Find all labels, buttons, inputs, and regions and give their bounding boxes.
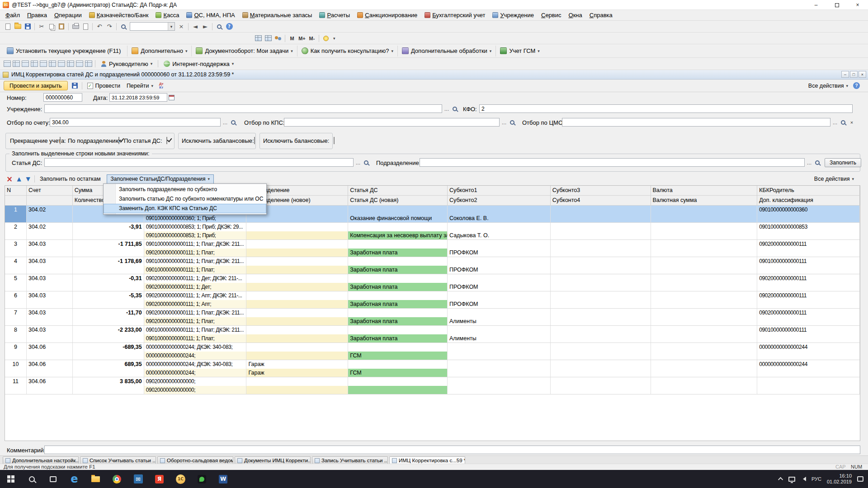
tips-button[interactable]: [321, 34, 330, 43]
report-icon[interactable]: [13, 61, 20, 67]
account-cell[interactable]: 304.06: [27, 343, 73, 360]
taskbar-app-icon[interactable]: [85, 470, 106, 488]
sum-cell[interactable]: -689,35: [73, 343, 144, 360]
account-cell[interactable]: 304.03: [27, 309, 73, 325]
new-document-button[interactable]: [3, 22, 12, 31]
network-icon[interactable]: [788, 477, 795, 482]
report-icon[interactable]: [58, 61, 65, 67]
account-cell[interactable]: 304.03: [27, 326, 73, 343]
col-header[interactable]: Субконто4: [551, 196, 651, 205]
subconto12-cell[interactable]: ПРОФКОМ: [448, 291, 551, 308]
kbk-cell[interactable]: 09020000000000111; 1; Плат; ДКЭК: 211...…: [144, 309, 247, 325]
kps-search-button[interactable]: [509, 118, 516, 126]
article-cell[interactable]: Заработная плата: [348, 240, 448, 257]
article-cell[interactable]: [348, 377, 448, 394]
print-preview-button[interactable]: [81, 22, 90, 31]
subconto12-cell[interactable]: Алименты: [448, 309, 551, 325]
subconto34-cell[interactable]: [551, 326, 651, 343]
currency-cell[interactable]: [651, 360, 758, 377]
account-cell[interactable]: 304.06: [27, 377, 73, 394]
delete-row-button[interactable]: ×: [5, 174, 14, 183]
kbk-parent-cell[interactable]: 09010000000000111: [757, 326, 860, 343]
menu-item[interactable]: Материальные запасы: [239, 10, 316, 20]
report-icon[interactable]: [31, 61, 38, 67]
currency-cell[interactable]: [651, 257, 758, 274]
subconto12-cell[interactable]: ПРОФКОМ: [448, 240, 551, 257]
undo-button[interactable]: ↶: [95, 22, 104, 31]
taskbar-search-button[interactable]: [21, 470, 42, 488]
menu-item[interactable]: Правка: [24, 10, 51, 20]
account-cell[interactable]: 304.02: [27, 223, 73, 239]
currency-cell[interactable]: [651, 309, 758, 325]
col-header[interactable]: Субконто1: [448, 186, 551, 195]
menu-item[interactable]: Операции: [51, 10, 85, 20]
sum-cell[interactable]: -5,35: [73, 291, 144, 308]
account-filter-field[interactable]: 304.00: [50, 118, 221, 127]
table-row[interactable]: 5 304.03 -0,31 09020000000000111; 1; Дет…: [5, 274, 860, 291]
department-cell[interactable]: [246, 343, 348, 360]
fill-dept-ellipsis-button[interactable]: …: [806, 159, 813, 166]
redo-button[interactable]: ↷: [105, 22, 114, 31]
print-button[interactable]: [71, 22, 80, 31]
department-cell[interactable]: [246, 309, 348, 325]
row-number-cell[interactable]: 2: [5, 223, 27, 239]
cmo-search-button[interactable]: [840, 118, 847, 126]
move-down-button[interactable]: ▼: [24, 176, 33, 182]
table-settings-button[interactable]: [254, 34, 263, 43]
table-row[interactable]: 8 304.03 -2 233,00 09010000000000111; 1;…: [5, 326, 860, 343]
kbk-parent-cell[interactable]: 09020000000000111: [757, 291, 860, 308]
cmo-clear-button[interactable]: ×: [848, 118, 855, 126]
fill-article-field[interactable]: [44, 158, 354, 167]
currency-cell[interactable]: [651, 240, 758, 257]
fill-by-balance-button[interactable]: Заполнить по остаткам: [37, 174, 104, 184]
volume-icon[interactable]: [801, 477, 806, 481]
calendar-button[interactable]: [168, 94, 175, 101]
tray-expand-icon[interactable]: [778, 477, 783, 482]
open-button[interactable]: [13, 22, 22, 31]
help-button[interactable]: ?: [225, 22, 234, 31]
by-article-checkbox[interactable]: [166, 137, 167, 144]
org-ellipsis-button[interactable]: …: [443, 105, 450, 113]
menu-item[interactable]: Бухгалтерский учет: [421, 10, 489, 20]
kbk-cell[interactable]: 09020000000000111; 1; Дет; ДКЭК: 211-...…: [144, 274, 247, 291]
service-toolbar-button[interactable]: Установить текущее учреждение (F11): [3, 46, 127, 56]
kbk-parent-cell[interactable]: 09020000000000111: [757, 309, 860, 325]
kbk-parent-cell[interactable]: 09010000000000853: [757, 223, 860, 239]
org-search-button[interactable]: [451, 105, 458, 113]
sum-cell[interactable]: -1 178,69: [73, 257, 144, 274]
sum-cell[interactable]: -3,91: [73, 223, 144, 239]
table-row[interactable]: 7 304.03 -11,70 09020000000000111; 1; Пл…: [5, 309, 860, 326]
post-button[interactable]: ✓ Провести: [84, 81, 123, 90]
menu-item[interactable]: Сервис: [538, 10, 565, 20]
row-number-cell[interactable]: 6: [5, 291, 27, 308]
move-up-button[interactable]: ▲: [14, 176, 24, 182]
menu-item[interactable]: Учреждение: [489, 10, 538, 20]
kbk-parent-cell[interactable]: 09010000000000111: [757, 257, 860, 274]
col-header[interactable]: Валютная сумма: [651, 196, 758, 205]
row-number-cell[interactable]: 7: [5, 309, 27, 325]
goto-button[interactable]: Перейти ▾: [123, 81, 156, 90]
article-cell[interactable]: Заработная плата: [348, 257, 448, 274]
memory-m-button[interactable]: M: [287, 34, 297, 43]
subconto12-cell[interactable]: ПРОФКОМ: [448, 274, 551, 291]
save-button[interactable]: [23, 22, 32, 31]
department-cell[interactable]: [246, 377, 348, 394]
col-header[interactable]: [27, 196, 73, 205]
row-number-cell[interactable]: 10: [5, 360, 27, 377]
department-cell[interactable]: [246, 274, 348, 291]
window-tab[interactable]: Список Учитывать статьи ...: [80, 456, 156, 464]
all-actions-top[interactable]: Все действия ▾: [808, 83, 848, 89]
fill-articles-dropdown-button[interactable]: Заполнене СтатьиДС/Подразделения ▾: [107, 174, 214, 184]
department-cell[interactable]: [246, 223, 348, 239]
currency-cell[interactable]: [651, 377, 758, 394]
kbk-cell[interactable]: 09020000000000000;09020000000000000;: [144, 377, 247, 394]
window-tab[interactable]: Запись Учитывать статьи ...: [312, 456, 388, 464]
users-button[interactable]: [274, 34, 283, 43]
department-cell[interactable]: [246, 257, 348, 274]
comment-field[interactable]: [44, 446, 860, 454]
next-button[interactable]: ►: [201, 22, 210, 31]
department-cell[interactable]: [246, 291, 348, 308]
stop-accounting-checkbox[interactable]: [60, 137, 61, 144]
doc-close-button[interactable]: ×: [859, 71, 866, 78]
report-icon[interactable]: [49, 61, 56, 67]
